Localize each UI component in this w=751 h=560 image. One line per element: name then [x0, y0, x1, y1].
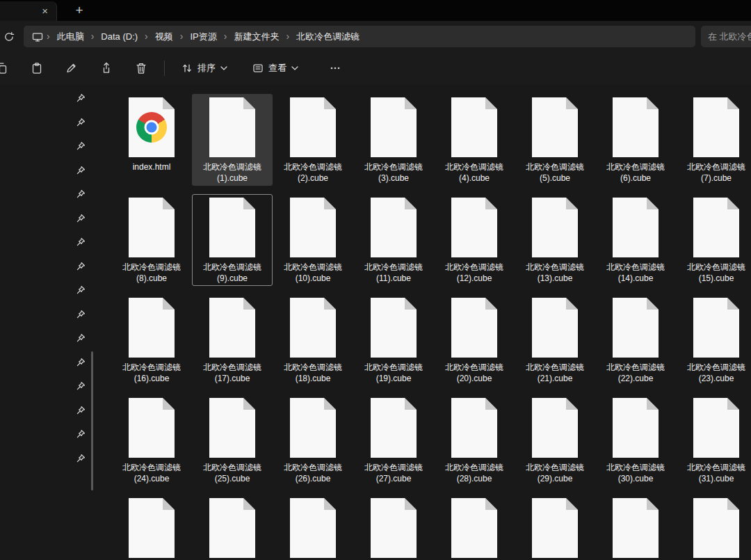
file-item[interactable]: 北欧冷色调滤镜(3).cube	[353, 94, 434, 186]
sidebar-pinned-item[interactable]	[76, 166, 86, 175]
rename-button[interactable]	[58, 56, 85, 80]
breadcrumb-item[interactable]: 视频	[150, 28, 178, 46]
file-item[interactable]: 北欧冷色调滤镜(5).cube	[515, 94, 595, 186]
file-item[interactable]: 北欧冷色调滤镜(12).cube	[434, 194, 515, 286]
breadcrumb-chevron[interactable]: ›	[284, 31, 291, 43]
sidebar-pinned-item[interactable]	[76, 189, 86, 198]
file-item[interactable]: 北欧冷色调滤镜(6).cube	[595, 94, 676, 186]
file-name: 北欧冷色调滤镜(25).cube	[193, 463, 272, 484]
sidebar-pinned-item[interactable]	[76, 429, 86, 438]
tab-close-button[interactable]: ×	[42, 5, 56, 18]
file-item[interactable]: 北欧冷色调滤镜(18).cube	[273, 294, 353, 386]
cube-file-icon	[290, 97, 336, 157]
sidebar-pinned-item[interactable]	[76, 310, 86, 319]
sort-icon	[181, 63, 193, 74]
search-input[interactable]	[708, 31, 751, 42]
file-item[interactable]: 北欧冷色调滤镜(39).cube	[676, 495, 751, 560]
copy-button[interactable]	[0, 56, 15, 80]
file-item[interactable]: 北欧冷色调滤镜(16).cube	[111, 294, 192, 386]
sidebar-pinned-item[interactable]	[76, 285, 86, 294]
sidebar-pinned-item[interactable]	[76, 381, 86, 390]
file-item[interactable]: 北欧冷色调滤镜(30).cube	[595, 394, 676, 486]
file-item[interactable]: 北欧冷色调滤镜(34).cube	[273, 495, 353, 560]
file-item[interactable]: 北欧冷色调滤镜(1).cube	[192, 94, 273, 186]
cube-file-icon	[693, 498, 739, 558]
view-menu-button[interactable]: 查看	[245, 56, 305, 80]
explorer-tab[interactable]: ×	[0, 1, 57, 21]
refresh-icon[interactable]	[1, 30, 17, 44]
file-item[interactable]: 北欧冷色调滤镜(36).cube	[434, 495, 515, 560]
file-item[interactable]: 北欧冷色调滤镜(4).cube	[434, 94, 515, 186]
share-button[interactable]	[93, 56, 120, 80]
file-item[interactable]: 北欧冷色调滤镜(23).cube	[676, 294, 751, 386]
file-item[interactable]: 北欧冷色调滤镜(22).cube	[595, 294, 676, 386]
breadcrumb-item[interactable]: Data (D:)	[96, 29, 143, 45]
file-item[interactable]: 北欧冷色调滤镜(32).cube	[111, 495, 192, 560]
sidebar-pinned-item[interactable]	[76, 118, 86, 127]
more-options-button[interactable]	[322, 56, 348, 80]
sidebar-pinned-item[interactable]	[76, 141, 86, 150]
file-item[interactable]: 北欧冷色调滤镜(33).cube	[192, 495, 273, 560]
sidebar-pinned-item[interactable]	[76, 93, 86, 102]
file-item[interactable]: 北欧冷色调滤镜(9).cube	[192, 194, 273, 286]
breadcrumb-chevron[interactable]: ›	[45, 31, 52, 43]
file-item[interactable]: 北欧冷色调滤镜(29).cube	[515, 394, 595, 486]
breadcrumb-chevron[interactable]: ›	[178, 31, 186, 43]
paste-icon	[31, 62, 43, 74]
breadcrumb-item[interactable]: 北欧冷色调滤镜	[291, 28, 364, 46]
file-name: 北欧冷色调滤镜(20).cube	[435, 362, 514, 384]
cube-file-icon	[209, 298, 255, 358]
breadcrumb-item[interactable]: 新建文件夹	[229, 28, 284, 46]
file-item[interactable]: 北欧冷色调滤镜(2).cube	[273, 94, 353, 186]
file-name: index.html	[112, 162, 191, 173]
delete-button[interactable]	[128, 56, 154, 80]
breadcrumb-chevron[interactable]: ›	[222, 31, 229, 43]
sidebar-pinned-item[interactable]	[76, 262, 86, 271]
pin-icon	[76, 237, 86, 246]
breadcrumb-chevron[interactable]: ›	[143, 31, 150, 43]
breadcrumb-item[interactable]: 此电脑	[52, 28, 89, 46]
file-item[interactable]: 北欧冷色调滤镜(17).cube	[192, 294, 273, 386]
cube-file-icon	[290, 298, 336, 358]
file-item[interactable]: 北欧冷色调滤镜(25).cube	[192, 394, 273, 486]
file-item[interactable]: 北欧冷色调滤镜(8).cube	[111, 194, 192, 286]
file-item[interactable]: 北欧冷色调滤镜(31).cube	[676, 394, 751, 486]
file-name: 北欧冷色调滤镜(14).cube	[596, 262, 675, 284]
file-item[interactable]: 北欧冷色调滤镜(15).cube	[676, 194, 751, 286]
sidebar-pinned-item[interactable]	[76, 406, 86, 415]
cube-file-icon	[209, 498, 255, 558]
file-item[interactable]: 北欧冷色调滤镜(35).cube	[353, 495, 434, 560]
sort-menu-button[interactable]: 排序	[175, 56, 234, 80]
file-item[interactable]: 北欧冷色调滤镜(20).cube	[434, 294, 515, 386]
file-item[interactable]: 北欧冷色调滤镜(37).cube	[515, 495, 595, 560]
file-item[interactable]: 北欧冷色调滤镜(10).cube	[273, 194, 353, 286]
new-tab-button[interactable]: +	[70, 0, 89, 21]
file-item[interactable]: 北欧冷色调滤镜(26).cube	[273, 394, 353, 486]
file-item[interactable]: 北欧冷色调滤镜(24).cube	[111, 394, 192, 486]
sidebar-scrollbar[interactable]	[91, 351, 93, 490]
file-item[interactable]: 北欧冷色调滤镜(19).cube	[353, 294, 434, 386]
sidebar-pinned-item[interactable]	[76, 454, 86, 463]
file-item[interactable]: 北欧冷色调滤镜(38).cube	[595, 495, 676, 560]
file-item[interactable]: 北欧冷色调滤镜(21).cube	[515, 294, 595, 386]
file-name: 北欧冷色调滤镜(18).cube	[273, 362, 353, 384]
breadcrumb-chevron[interactable]: ›	[89, 31, 97, 43]
pin-icon	[76, 262, 86, 271]
file-item[interactable]: 北欧冷色调滤镜(14).cube	[595, 194, 676, 286]
sidebar-pinned-item[interactable]	[76, 358, 86, 367]
paste-button[interactable]	[24, 56, 50, 80]
sidebar-pinned-item[interactable]	[76, 237, 86, 246]
file-item[interactable]: 北欧冷色调滤镜(28).cube	[434, 394, 515, 486]
chevron-down-icon	[220, 66, 227, 70]
cube-file-icon	[209, 398, 255, 458]
breadcrumb-item[interactable]: IP资源	[185, 28, 221, 46]
file-item[interactable]: 北欧冷色调滤镜(13).cube	[515, 194, 595, 286]
cube-file-icon	[532, 97, 578, 157]
file-explorer-window: × + ›此电脑›Data (D:)›视频›IP资源›新建文件夹›北欧冷色调滤镜	[0, 0, 751, 560]
sidebar-pinned-item[interactable]	[76, 333, 86, 342]
file-item[interactable]: 北欧冷色调滤镜(7).cube	[676, 94, 751, 186]
file-item[interactable]: index.html	[111, 94, 192, 186]
file-item[interactable]: 北欧冷色调滤镜(27).cube	[353, 394, 434, 486]
sidebar-pinned-item[interactable]	[76, 214, 86, 223]
file-item[interactable]: 北欧冷色调滤镜(11).cube	[353, 194, 434, 286]
